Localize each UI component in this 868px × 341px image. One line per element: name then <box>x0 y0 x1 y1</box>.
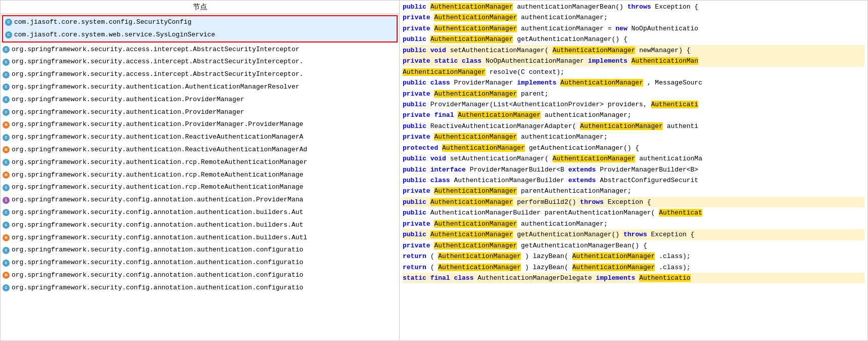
class-icon: c <box>3 222 10 229</box>
code-line: static final class AuthenticationManager… <box>403 273 864 283</box>
code-line: AuthenticationManager resolve(C context)… <box>403 67 864 77</box>
node-text: org.springframework.security.config.anno… <box>12 195 303 205</box>
list-item[interactable]: c org.springframework.security.authentic… <box>1 81 399 94</box>
node-text: org.springframework.security.access.inte… <box>12 69 303 80</box>
method-icon: m <box>3 121 10 129</box>
left-panel: 节点 c com.jiasoft.core.system.config.Secu… <box>1 1 400 340</box>
class-icon: c <box>3 59 10 66</box>
code-line: public AuthenticationManagerBuilder pare… <box>403 207 864 218</box>
list-item[interactable]: c org.springframework.security.config.an… <box>1 257 399 269</box>
node-text: org.springframework.security.access.inte… <box>12 57 303 67</box>
list-item[interactable]: c org.springframework.security.access.in… <box>1 68 399 81</box>
panel-header: 节点 <box>1 1 399 14</box>
list-item[interactable]: m org.springframework.security.config.an… <box>1 232 399 244</box>
code-line: private AuthenticationManager parentAuth… <box>403 186 864 196</box>
list-item[interactable]: c org.springframework.security.authentic… <box>1 156 399 169</box>
class-icon: c <box>3 260 10 267</box>
list-item[interactable]: c org.springframework.security.authentic… <box>1 181 399 194</box>
code-line: public AuthenticationManager getAuthenti… <box>403 34 864 45</box>
code-line: public AuthenticationManager performBuil… <box>403 197 864 207</box>
class-icon: c <box>3 71 10 78</box>
list-item[interactable]: i org.springframework.security.config.an… <box>1 194 399 206</box>
list-item[interactable]: c org.springframework.security.config.an… <box>1 206 399 219</box>
class-icon: c <box>3 209 10 216</box>
class-icon: c <box>3 46 10 53</box>
method-icon: m <box>3 234 10 241</box>
list-item[interactable]: m org.springframework.security.authentic… <box>1 169 399 182</box>
code-line: private AuthenticationManager getAuthent… <box>403 240 864 251</box>
list-item[interactable]: c org.springframework.security.config.an… <box>1 219 399 232</box>
node-text: com.jiasoft.core.system.config.SecurityC… <box>14 17 191 28</box>
class-icon: c <box>5 31 12 38</box>
code-line: public AuthenticationManager authenticat… <box>403 2 864 12</box>
code-line: public void setAuthenticationManager( Au… <box>403 45 864 56</box>
code-line: protected AuthenticationManager getAuthe… <box>403 143 864 153</box>
code-line: public ReactiveAuthenticationManagerAdap… <box>403 121 864 132</box>
code-line: private final AuthenticationManager auth… <box>403 110 864 120</box>
code-line: public class AuthenticationManagerBuilde… <box>403 175 864 186</box>
node-text: org.springframework.security.config.anno… <box>12 220 303 231</box>
main-container: 节点 c com.jiasoft.core.system.config.Secu… <box>0 0 868 341</box>
node-text: org.springframework.security.config.anno… <box>12 245 303 255</box>
node-text: org.springframework.security.config.anno… <box>12 233 307 243</box>
node-text: org.springframework.security.authenticat… <box>12 157 307 168</box>
class-icon: c <box>3 159 10 166</box>
code-line: public class ProviderManager implements … <box>403 77 864 88</box>
code-line: private AuthenticationManager authentica… <box>403 219 864 229</box>
class-icon: c <box>3 134 10 141</box>
code-line: private AuthenticationManager authentica… <box>403 12 864 23</box>
list-item[interactable]: c org.springframework.security.access.in… <box>1 44 399 56</box>
list-item[interactable]: c org.springframework.security.authentic… <box>1 131 399 144</box>
list-item[interactable]: m org.springframework.security.config.an… <box>1 269 399 282</box>
node-text: org.springframework.security.access.inte… <box>12 45 300 55</box>
list-item[interactable]: c org.springframework.security.authentic… <box>1 94 399 106</box>
list-item[interactable]: c org.springframework.security.authentic… <box>1 106 399 119</box>
node-text: org.springframework.security.config.anno… <box>12 283 303 293</box>
node-text: org.springframework.security.config.anno… <box>12 258 303 268</box>
list-item[interactable]: m org.springframework.security.authentic… <box>1 118 399 131</box>
code-line: private AuthenticationManager authentica… <box>403 132 864 142</box>
list-item[interactable]: c com.jiasoft.core.system.web.service.Sy… <box>3 29 397 41</box>
code-line: return ( AuthenticationManager ) lazyBea… <box>403 251 864 262</box>
code-line: private AuthenticationManager parent; <box>403 89 864 99</box>
node-text: org.springframework.security.authenticat… <box>12 82 300 93</box>
node-text: org.springframework.security.authenticat… <box>12 182 303 193</box>
list-item[interactable]: c com.jiasoft.core.system.config.Securit… <box>3 16 397 29</box>
class-icon: c <box>5 19 12 26</box>
list-item[interactable]: c org.springframework.security.access.in… <box>1 56 399 68</box>
code-line: public interface ProviderManagerBuilder<… <box>403 164 864 175</box>
node-text: org.springframework.security.authenticat… <box>12 145 307 155</box>
method-icon: m <box>3 272 10 279</box>
class-icon: c <box>3 83 10 91</box>
node-text: org.springframework.security.authenticat… <box>12 132 303 143</box>
list-item[interactable]: c org.springframework.security.config.an… <box>1 282 399 294</box>
code-line: private static class NoOpAuthenticationM… <box>403 56 864 66</box>
code-line: return ( AuthenticationManager ) lazyBea… <box>403 262 864 273</box>
class-icon: c <box>3 109 10 116</box>
node-text: org.springframework.security.authenticat… <box>12 119 303 130</box>
class-icon: c <box>3 184 10 191</box>
node-text: org.springframework.security.config.anno… <box>12 207 303 218</box>
node-text: org.springframework.security.authenticat… <box>12 107 244 118</box>
class-icon: c <box>3 96 10 103</box>
code-area[interactable]: public AuthenticationManager authenticat… <box>400 1 867 340</box>
code-line: public void setAuthenticationManager( Au… <box>403 153 864 164</box>
method-icon: m <box>3 172 10 179</box>
class-icon: c <box>3 247 10 254</box>
list-item[interactable]: m org.springframework.security.authentic… <box>1 144 399 156</box>
node-list[interactable]: c com.jiasoft.core.system.config.Securit… <box>1 14 399 340</box>
node-text: org.springframework.security.config.anno… <box>12 270 303 281</box>
node-text: org.springframework.security.authenticat… <box>12 170 303 181</box>
code-line: public AuthenticationManager getAuthenti… <box>403 229 864 240</box>
method-icon: m <box>3 146 10 153</box>
node-text: org.springframework.security.authenticat… <box>12 95 244 105</box>
code-line: private AuthenticationManager authentica… <box>403 23 864 34</box>
interface-icon: i <box>3 197 10 204</box>
right-panel: public AuthenticationManager authenticat… <box>400 1 867 340</box>
class-icon: c <box>3 284 10 291</box>
code-line: public ProviderManager(List<Authenticati… <box>403 99 864 110</box>
list-item[interactable]: c org.springframework.security.config.an… <box>1 244 399 257</box>
node-text: com.jiasoft.core.system.web.service.SysL… <box>14 30 215 40</box>
